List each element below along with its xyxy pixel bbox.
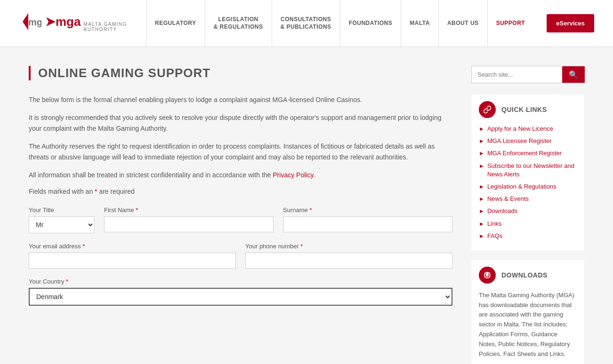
phone-label: Your phone number * [245, 243, 452, 250]
downloads-section: DOWNLOADS The Malta Gaming Authority (MG… [471, 260, 584, 364]
form-row-1: Your Title Mr Mrs Ms Dr Prof First Name … [29, 206, 452, 233]
link-legislation[interactable]: Legislation & Regulations [487, 182, 557, 191]
nav-consultations[interactable]: CONSULTATIONS & PUBLICATIONS [272, 0, 340, 47]
intro-text-1: The below form is the formal channel ena… [29, 95, 452, 105]
quick-links-list: ► Apply for a New Licence ► MGA Licensee… [471, 125, 584, 251]
logo-text: ➤mga MALTA GAMING AUTHORITY [45, 15, 127, 32]
form-row-2: Your email address * Your phone number * [29, 243, 452, 269]
arrow-icon: ► [479, 208, 484, 214]
search-icon: 🔍 [569, 71, 578, 79]
email-label: Your email address * [29, 243, 236, 250]
link-downloads[interactable]: Downloads [487, 207, 517, 215]
link-newsletter[interactable]: Subscribe to our Newsletter and News Ale… [487, 162, 584, 179]
arrow-icon: ► [479, 196, 484, 202]
list-item: ► Subscribe to our Newsletter and News A… [479, 162, 584, 179]
list-item: ► Apply for a New Licence [479, 125, 584, 133]
quick-links-section: QUICK LINKS ► Apply for a New Licence ► … [471, 95, 584, 251]
downloads-title: DOWNLOADS [501, 271, 548, 279]
required-note-prefix: Fields marked with an [29, 188, 95, 195]
nav-malta[interactable]: MALTA [401, 0, 438, 47]
arrow-icon: ► [479, 138, 484, 144]
downloads-body: The Malta Gaming Authority (MGA) has dow… [471, 291, 584, 364]
arrow-icon: ► [479, 163, 484, 169]
downloads-header: DOWNLOADS [471, 260, 584, 290]
list-item: ► Links [479, 220, 584, 228]
search-button[interactable]: 🔍 [562, 66, 585, 83]
link-news-events[interactable]: News & Events [487, 195, 529, 203]
arrow-icon: ► [479, 221, 484, 227]
link-enforcement-register[interactable]: MGA Enforcement Register [487, 149, 562, 158]
list-item: ► MGA Licensee Register [479, 137, 584, 145]
quick-links-header: QUICK LINKS [471, 95, 584, 125]
search-box: 🔍 [471, 66, 584, 83]
main-nav: REGULATORY LEGISLATION & REGULATIONS CON… [146, 0, 547, 47]
privacy-link[interactable]: Privacy Policy. [273, 171, 315, 179]
form-group-phone: Your phone number * [245, 243, 452, 269]
phone-input[interactable] [245, 253, 452, 269]
arrow-icon: ► [479, 183, 484, 190]
svg-marker-0 [23, 13, 28, 30]
email-input[interactable] [29, 253, 236, 269]
arrow-icon: ► [479, 233, 484, 239]
list-item: ► Legislation & Regulations [479, 182, 584, 191]
title-select[interactable]: Mr Mrs Ms Dr Prof [29, 216, 95, 233]
firstname-label: First Name * [104, 206, 274, 214]
downloads-icon [479, 267, 496, 284]
arrow-icon: ► [479, 126, 484, 132]
intro-text-3: The Authority reserves the right to requ… [29, 141, 452, 162]
form-row-3: Your Country * Denmark Malta United King… [29, 278, 452, 306]
main-container: ONLINE GAMING SUPPORT The below form is … [10, 47, 603, 364]
link-licensee-register[interactable]: MGA Licensee Register [487, 137, 552, 145]
list-item: ► Downloads [479, 207, 584, 215]
firstname-input[interactable] [104, 216, 274, 232]
logo[interactable]: mga ➤mga MALTA GAMING AUTHORITY [19, 10, 127, 36]
quick-links-icon [479, 101, 496, 118]
logo-icon: mga [19, 10, 41, 36]
list-item: ► MGA Enforcement Register [479, 149, 584, 158]
title-label: Your Title [29, 206, 95, 214]
form-group-title: Your Title Mr Mrs Ms Dr Prof [29, 206, 95, 233]
nav-legislation[interactable]: LEGISLATION & REGULATIONS [205, 0, 272, 47]
nav-support[interactable]: SUPPORT [487, 0, 534, 47]
surname-input[interactable] [283, 216, 452, 232]
sidebar: 🔍 QUICK LINKS ► Apply for a New Licence [471, 66, 584, 364]
link-links[interactable]: Links [487, 220, 501, 228]
intro-text-4: All information shall be treated in stri… [29, 170, 452, 180]
nav-regulatory[interactable]: REGULATORY [146, 0, 204, 47]
eservices-button[interactable]: eServices [547, 14, 594, 32]
nav-about-us[interactable]: ABOUT US [438, 0, 487, 47]
form-group-firstname: First Name * [104, 206, 274, 232]
logo-line1: MALTA GAMING [83, 22, 127, 27]
country-select[interactable]: Denmark Malta United Kingdom Germany Fra… [29, 288, 452, 306]
list-item: ► FAQs [479, 232, 584, 240]
logo-line2: AUTHORITY [83, 27, 127, 32]
intro4-prefix: All information shall be treated in stri… [29, 171, 273, 179]
required-note: Fields marked with an * are required [29, 188, 452, 195]
page-title-bar: ONLINE GAMING SUPPORT [29, 66, 452, 80]
downloads-text: The Malta Gaming Authority (MGA) has dow… [479, 291, 577, 359]
form-group-email: Your email address * [29, 243, 236, 269]
form-group-surname: Surname * [283, 206, 452, 232]
country-label: Your Country * [29, 278, 452, 285]
intro-text-2: It is strongly recommended that you acti… [29, 112, 452, 134]
quick-links-title: QUICK LINKS [501, 106, 547, 113]
arrow-icon: ► [479, 150, 484, 157]
link-faqs[interactable]: FAQs [487, 232, 503, 240]
nav-foundations[interactable]: FOUNDATIONS [340, 0, 401, 47]
svg-text:mga: mga [28, 17, 41, 27]
form-group-country: Your Country * Denmark Malta United King… [29, 278, 452, 306]
site-header: mga ➤mga MALTA GAMING AUTHORITY REGULATO… [0, 0, 613, 47]
required-note-suffix: are required [97, 188, 135, 195]
link-apply-licence[interactable]: Apply for a New Licence [487, 125, 553, 133]
content-area: ONLINE GAMING SUPPORT The below form is … [29, 66, 452, 364]
surname-label: Surname * [283, 206, 452, 214]
search-input[interactable] [472, 66, 562, 83]
page-title: ONLINE GAMING SUPPORT [38, 66, 452, 80]
list-item: ► News & Events [479, 195, 584, 203]
